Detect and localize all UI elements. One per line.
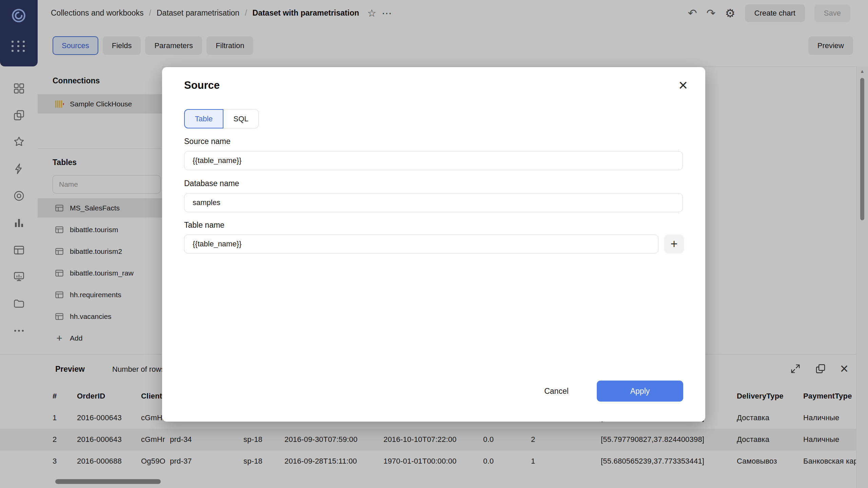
source-type-table-tab[interactable]: Table [184,109,223,128]
cancel-button[interactable]: Cancel [526,381,587,402]
source-name-label: Source name [184,137,231,146]
app-screen: ⚙ ◀ Collections and workbooks / Dataset … [0,0,868,488]
database-name-label: Database name [184,179,239,188]
plus-icon: + [670,238,677,250]
add-table-name-button[interactable]: + [664,235,684,253]
apply-button[interactable]: Apply [597,381,683,402]
database-name-input[interactable] [184,193,683,212]
table-name-input[interactable] [184,235,658,253]
source-type-sql-tab[interactable]: SQL [223,109,259,128]
source-name-input[interactable] [184,151,683,170]
source-dialog: Source × Table SQL Source name Database … [162,67,705,422]
close-dialog-icon[interactable]: × [678,77,688,93]
dialog-title: Source [184,79,220,92]
source-type-switch: Table SQL [184,109,259,128]
table-name-label: Table name [184,221,224,230]
